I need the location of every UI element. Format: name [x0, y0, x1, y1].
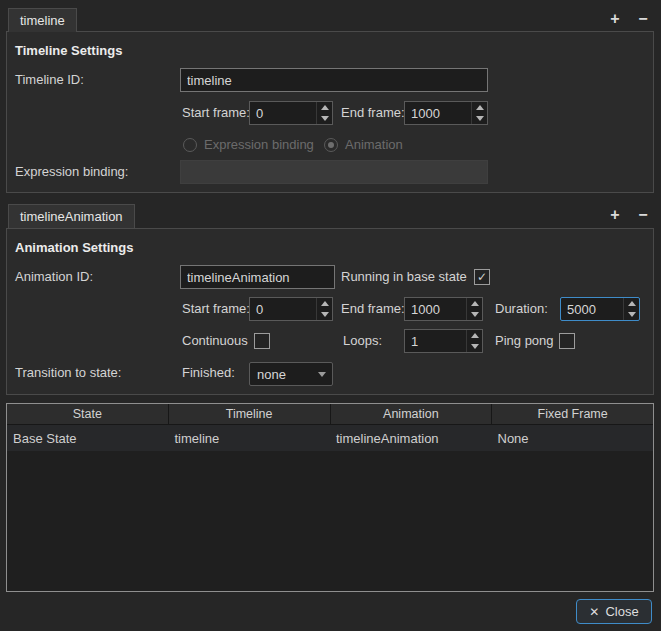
start-frame-spinbox[interactable]	[249, 297, 333, 321]
check-icon: ✓	[477, 270, 487, 284]
table-row[interactable]: Base State timeline timelineAnimation No…	[7, 425, 653, 451]
timeline-settings-heading: Timeline Settings	[15, 43, 122, 58]
end-frame-input[interactable]	[405, 298, 466, 320]
column-header-fixed-frame[interactable]: Fixed Frame	[492, 404, 653, 424]
finished-label: Finished:	[182, 361, 235, 385]
animation-id-input[interactable]	[180, 265, 335, 289]
spin-down-icon[interactable]	[472, 113, 487, 124]
column-header-state[interactable]: State	[7, 404, 169, 424]
states-table: State Timeline Animation Fixed Frame Bas…	[6, 403, 654, 592]
spin-up-icon[interactable]	[317, 298, 332, 309]
close-button-label: Close	[605, 604, 638, 619]
timeline-id-label: Timeline ID:	[15, 68, 84, 92]
animation-radio-label: Animation	[345, 133, 403, 157]
close-icon: ✕	[589, 606, 599, 618]
start-frame-label: Start frame:	[182, 101, 250, 125]
remove-animation-button[interactable]: −	[632, 204, 654, 226]
animation-radio[interactable]	[324, 138, 338, 152]
loops-spinbox[interactable]	[404, 329, 483, 353]
spin-down-icon[interactable]	[467, 341, 482, 352]
continuous-checkbox[interactable]	[254, 333, 270, 349]
start-frame-input[interactable]	[250, 298, 316, 320]
timeline-settings-pane: Timeline Settings Timeline ID: Start fra…	[6, 31, 654, 193]
column-header-timeline[interactable]: Timeline	[169, 404, 331, 424]
close-button[interactable]: ✕ Close	[576, 599, 652, 624]
animation-settings-heading: Animation Settings	[15, 240, 133, 255]
start-frame-spinbox[interactable]	[249, 101, 333, 125]
end-frame-label: End frame:	[341, 101, 405, 125]
loops-label: Loops:	[343, 329, 382, 353]
animation-settings-pane: Animation Settings Animation ID: Running…	[6, 228, 654, 395]
expression-binding-radio[interactable]	[183, 138, 197, 152]
running-in-base-state-label: Running in base state	[341, 265, 467, 289]
spin-up-icon[interactable]	[317, 102, 332, 113]
duration-label: Duration:	[495, 297, 548, 321]
chevron-down-icon	[318, 372, 326, 377]
spin-up-icon[interactable]	[467, 298, 482, 309]
finished-dropdown-value: none	[257, 367, 286, 382]
tab-timeline-animation[interactable]: timelineAnimation	[8, 204, 135, 228]
loops-input[interactable]	[405, 330, 466, 352]
expression-binding-radio-label: Expression binding	[204, 133, 314, 157]
end-frame-input[interactable]	[405, 102, 471, 124]
timeline-settings-dialog: timeline + − Timeline Settings Timeline …	[0, 0, 661, 631]
spin-down-icon[interactable]	[317, 113, 332, 124]
spin-buttons	[471, 102, 487, 124]
add-animation-button[interactable]: +	[604, 204, 626, 226]
start-frame-label: Start frame:	[182, 297, 250, 321]
finished-dropdown[interactable]: none	[249, 362, 333, 386]
cell-state: Base State	[7, 431, 169, 446]
running-in-base-state-checkbox[interactable]: ✓	[474, 269, 490, 285]
start-frame-input[interactable]	[250, 102, 316, 124]
spin-buttons	[316, 298, 332, 320]
cell-timeline: timeline	[169, 431, 331, 446]
table-header: State Timeline Animation Fixed Frame	[7, 404, 653, 425]
transition-to-state-label: Transition to state:	[15, 361, 121, 385]
remove-timeline-button[interactable]: −	[632, 8, 654, 30]
ping-pong-checkbox[interactable]	[559, 333, 575, 349]
spin-up-icon[interactable]	[472, 102, 487, 113]
spin-buttons	[466, 330, 482, 352]
end-frame-label: End frame:	[341, 297, 405, 321]
spin-buttons	[466, 298, 482, 320]
spin-down-icon[interactable]	[467, 309, 482, 320]
cell-animation: timelineAnimation	[330, 431, 492, 446]
cell-fixed-frame: None	[492, 431, 654, 446]
column-header-animation[interactable]: Animation	[331, 404, 493, 424]
continuous-label: Continuous	[182, 329, 248, 353]
end-frame-spinbox[interactable]	[404, 101, 488, 125]
spin-buttons	[623, 298, 639, 320]
spin-up-icon[interactable]	[624, 298, 639, 309]
ping-pong-label: Ping pong	[495, 329, 554, 353]
animation-id-label: Animation ID:	[15, 265, 93, 289]
expression-binding-input	[180, 160, 488, 184]
duration-input[interactable]	[561, 298, 623, 320]
spin-up-icon[interactable]	[467, 330, 482, 341]
expression-binding-label: Expression binding:	[15, 160, 128, 184]
spin-down-icon[interactable]	[317, 309, 332, 320]
duration-spinbox[interactable]	[560, 297, 640, 321]
timeline-id-input[interactable]	[180, 68, 488, 92]
add-timeline-button[interactable]: +	[604, 8, 626, 30]
spin-down-icon[interactable]	[624, 309, 639, 320]
spin-buttons	[316, 102, 332, 124]
end-frame-spinbox[interactable]	[404, 297, 483, 321]
tab-timeline[interactable]: timeline	[8, 8, 77, 32]
